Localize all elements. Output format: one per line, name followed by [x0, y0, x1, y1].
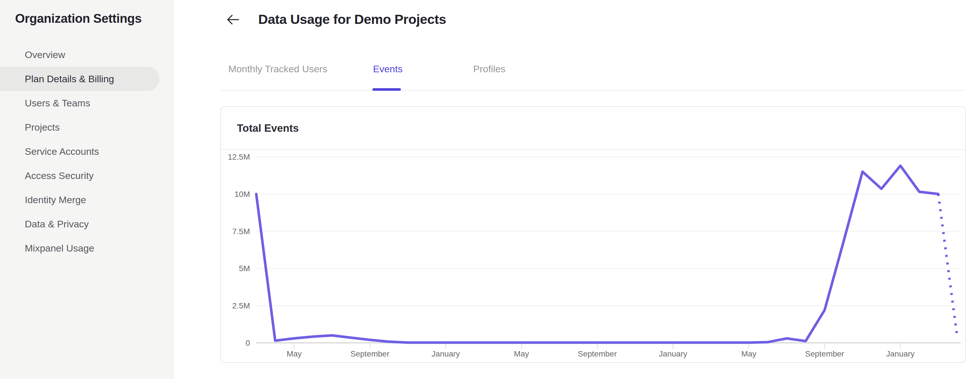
app-root: Organization Settings Overview Plan Deta… [0, 0, 980, 379]
page-title: Data Usage for Demo Projects [258, 11, 446, 27]
sidebar-item-label: Identity Merge [25, 194, 86, 205]
sidebar-item-label: Users & Teams [25, 98, 90, 109]
sidebar-item-plan-details-billing[interactable]: Plan Details & Billing [0, 67, 159, 91]
card-title: Total Events [237, 122, 299, 134]
sidebar-item-users-teams[interactable]: Users & Teams [0, 91, 159, 115]
sidebar-item-access-security[interactable]: Access Security [0, 163, 159, 188]
sidebar-nav: Overview Plan Details & Billing Users & … [0, 43, 173, 260]
tab-profiles[interactable]: Profiles [473, 63, 505, 75]
sidebar-item-label: Data & Privacy [25, 219, 89, 230]
tab-monthly-tracked-users[interactable]: Monthly Tracked Users [228, 63, 328, 75]
arrow-left-icon [226, 14, 240, 26]
back-button[interactable] [225, 13, 241, 27]
sidebar-item-projects[interactable]: Projects [0, 115, 159, 140]
active-tab-underline [372, 88, 401, 91]
sidebar-item-label: Projects [25, 122, 60, 133]
total-events-card: Total Events [220, 106, 966, 363]
sidebar-item-data-privacy[interactable]: Data & Privacy [0, 212, 159, 236]
organization-settings-sidebar: Organization Settings Overview Plan Deta… [0, 0, 173, 379]
sidebar-item-overview[interactable]: Overview [0, 43, 159, 67]
sidebar-item-label: Service Accounts [25, 146, 99, 157]
tab-events[interactable]: Events [373, 63, 402, 75]
sidebar-item-label: Plan Details & Billing [25, 73, 114, 84]
sidebar-item-mixpanel-usage[interactable]: Mixpanel Usage [0, 236, 159, 260]
card-header-divider [221, 149, 965, 150]
sidebar-title: Organization Settings [15, 11, 142, 25]
sidebar-item-service-accounts[interactable]: Service Accounts [0, 140, 159, 163]
sidebar-item-label: Overview [25, 49, 65, 60]
sidebar-item-label: Mixpanel Usage [25, 243, 94, 254]
sidebar-item-label: Access Security [25, 170, 94, 181]
sidebar-item-identity-merge[interactable]: Identity Merge [0, 188, 159, 212]
tabs-bottom-border [220, 90, 966, 91]
